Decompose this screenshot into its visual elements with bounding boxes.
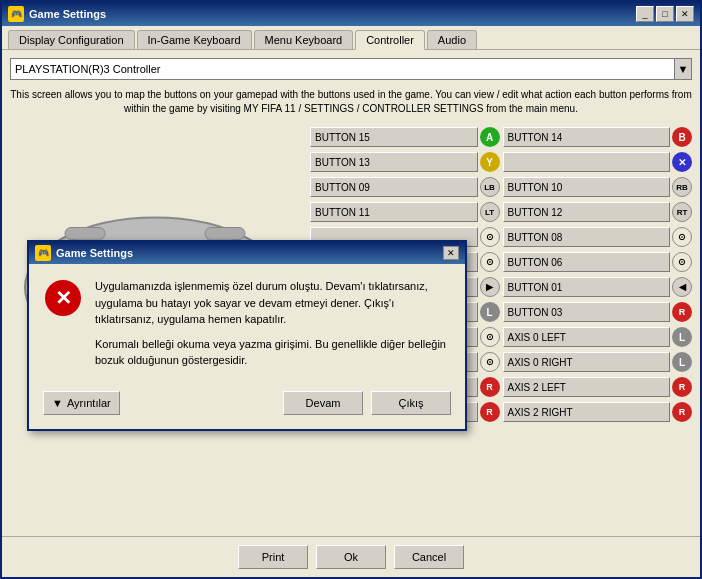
minimize-button[interactable]: _ [636, 6, 654, 22]
tab-in-game-keyboard[interactable]: In-Game Keyboard [137, 30, 252, 49]
tab-bar: Display Configuration In-Game Keyboard M… [2, 26, 700, 50]
dialog-title: Game Settings [56, 247, 133, 259]
details-label: Ayrıntılar [67, 397, 111, 409]
dialog-title-bar: 🎮 Game Settings ✕ [29, 242, 465, 264]
tab-display-configuration[interactable]: Display Configuration [8, 30, 135, 49]
details-button[interactable]: ▼ Ayrıntılar [43, 391, 120, 415]
title-buttons: _ □ ✕ [636, 6, 694, 22]
dialog-message-2: Korumalı belleği okuma veya yazma girişi… [95, 336, 451, 369]
ok-button[interactable]: Ok [316, 545, 386, 569]
title-bar-left: 🎮 Game Settings [8, 6, 106, 22]
ok-label: Ok [344, 551, 358, 563]
app-icon: 🎮 [8, 6, 24, 22]
dialog-close-button[interactable]: ✕ [443, 246, 459, 260]
dialog-text: Uygulamanızda işlenmemiş özel durum oluş… [95, 278, 451, 377]
exit-button[interactable]: Çıkış [371, 391, 451, 415]
maximize-button[interactable]: □ [656, 6, 674, 22]
error-circle: ✕ [45, 280, 81, 316]
print-button[interactable]: Print [238, 545, 308, 569]
dialog-content: ✕ Uygulamanızda işlenmemiş özel durum ol… [29, 264, 465, 391]
tab-menu-keyboard[interactable]: Menu Keyboard [254, 30, 354, 49]
dialog-title-left: 🎮 Game Settings [35, 245, 133, 261]
error-dialog: 🎮 Game Settings ✕ ✕ Uygulamanızda işlenm… [27, 240, 467, 431]
content-area: PLAYSTATION(R)3 Controller ▼ This screen… [2, 50, 700, 536]
title-bar: 🎮 Game Settings _ □ ✕ [2, 2, 700, 26]
dialog-error-icon: ✕ [43, 278, 83, 318]
cancel-button[interactable]: Cancel [394, 545, 464, 569]
dialog-message-1: Uygulamanızda işlenmemiş özel durum oluş… [95, 278, 451, 328]
exit-label: Çıkış [398, 397, 423, 409]
tab-audio[interactable]: Audio [427, 30, 477, 49]
dialog-buttons-row: ▼ Ayrıntılar Devam Çıkış [29, 391, 465, 429]
window-title: Game Settings [29, 8, 106, 20]
details-arrow: ▼ [52, 397, 63, 409]
devam-label: Devam [306, 397, 341, 409]
tab-controller[interactable]: Controller [355, 30, 425, 50]
cancel-label: Cancel [412, 551, 446, 563]
dialog-overlay: 🎮 Game Settings ✕ ✕ Uygulamanızda işlenm… [2, 50, 700, 536]
devam-button[interactable]: Devam [283, 391, 363, 415]
dialog-app-icon: 🎮 [35, 245, 51, 261]
close-button[interactable]: ✕ [676, 6, 694, 22]
bottom-bar: Print Ok Cancel [2, 536, 700, 577]
main-window: 🎮 Game Settings _ □ ✕ Display Configurat… [0, 0, 702, 579]
print-label: Print [262, 551, 285, 563]
